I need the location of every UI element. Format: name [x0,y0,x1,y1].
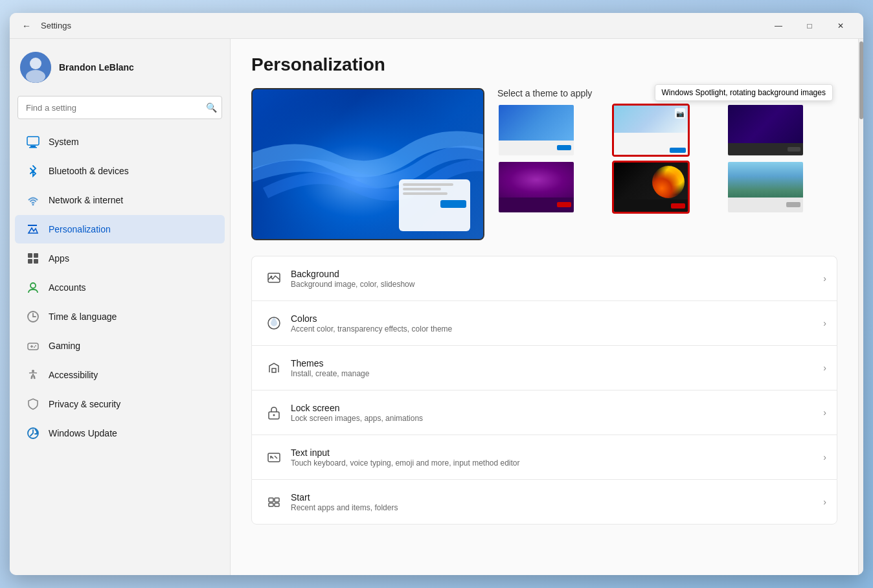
search-input[interactable] [17,96,222,119]
sidebar-item-label-time: Time & language [49,311,117,322]
camera-icon: 📷 [675,108,685,119]
svg-point-1 [30,58,41,69]
svg-rect-33 [269,498,273,502]
background-text: Background Background image, color, slid… [291,269,823,289]
privacy-icon [25,396,41,412]
svg-rect-34 [275,498,279,502]
sidebar-item-accessibility[interactable]: Accessibility [15,361,225,389]
bluetooth-icon [25,163,41,179]
themes-text: Themes Install, create, manage [291,358,823,378]
textinput-title: Text input [291,447,823,458]
start-subtitle: Recent apps and items, folders [291,503,823,512]
nav-list: System Bluetooth & devices Network & int… [10,127,230,448]
background-icon [262,267,286,290]
back-button[interactable]: ← [17,17,36,35]
start-icon [262,490,286,514]
sidebar-item-network[interactable]: Network & internet [15,186,225,214]
main-content: Personalization [230,39,858,575]
svg-rect-4 [30,146,36,147]
titlebar: ← Settings — □ ✕ [10,13,863,39]
lockscreen-title: Lock screen [291,403,823,413]
theme-preview-bg [253,89,483,239]
settings-window: ← Settings — □ ✕ Brandon LeBlanc [10,13,863,575]
colors-icon [262,311,286,335]
svg-point-2 [26,70,45,83]
sidebar-item-label-privacy: Privacy & security [49,399,120,409]
svg-line-32 [275,456,277,458]
theme-tile-dark[interactable] [727,104,804,157]
personalization-icon [25,221,41,237]
theme-tile-light[interactable] [497,104,575,157]
sidebar-item-system[interactable]: System [15,128,225,156]
settings-item-start[interactable]: Start Recent apps and items, folders › [251,479,837,525]
time-icon [25,309,41,324]
svg-point-6 [32,204,34,206]
textinput-icon [262,446,286,469]
sidebar-item-accounts[interactable]: Accounts [15,273,225,302]
lockscreen-chevron: › [823,407,826,418]
settings-item-background[interactable]: Background Background image, color, slid… [251,256,837,300]
settings-item-themes[interactable]: Themes Install, create, manage › [251,345,837,390]
start-title: Start [291,492,823,503]
sidebar-item-gaming[interactable]: Gaming [15,332,225,360]
colors-text: Colors Accent color, transparency effect… [291,313,823,334]
page-title: Personalization [251,54,837,75]
themes-chevron: › [823,363,826,373]
svg-rect-25 [272,368,276,372]
window-content: Brandon LeBlanc 🔍 System Bluetooth [10,39,863,575]
preview-dialog [399,179,470,231]
window-title: Settings [41,21,71,30]
theme-section: Select a theme to apply Windows Spotligh… [251,88,837,240]
svg-rect-10 [28,259,32,264]
lockscreen-icon [262,401,286,424]
sidebar-item-time[interactable]: Time & language [15,302,225,331]
apps-icon [25,251,41,266]
background-subtitle: Background image, color, slideshow [291,280,823,289]
sidebar-item-apps[interactable]: Apps [15,244,225,273]
scrollbar[interactable] [858,39,863,575]
colors-chevron: › [823,318,826,328]
svg-point-17 [35,345,36,346]
theme-preview [251,88,484,240]
system-icon [25,134,41,150]
svg-point-18 [34,346,35,348]
svg-rect-35 [269,503,273,506]
scrollbar-thumb[interactable] [859,41,863,119]
sidebar-item-label-apps: Apps [49,253,69,264]
settings-item-lockscreen[interactable]: Lock screen Lock screen images, apps, an… [251,390,837,435]
sidebar-item-update[interactable]: Windows Update [15,419,225,447]
gaming-icon [25,338,41,354]
settings-item-textinput[interactable]: Text input Touch keyboard, voice typing,… [251,435,837,479]
svg-rect-3 [27,137,39,145]
lockscreen-subtitle: Lock screen images, apps, animations [291,414,823,423]
start-text: Start Recent apps and items, folders [291,492,823,512]
settings-item-colors[interactable]: Colors Accent color, transparency effect… [251,300,837,345]
theme-grid: 📷 [497,104,837,214]
svg-rect-9 [34,253,38,258]
sidebar-item-label-personalization: Personalization [49,224,111,234]
svg-rect-28 [268,453,280,462]
maximize-button[interactable]: □ [795,16,824,36]
sidebar-item-personalization[interactable]: Personalization [15,215,225,243]
theme-tile-nature[interactable] [727,161,804,214]
theme-tile-colorful[interactable] [612,161,690,214]
accessibility-icon [25,367,41,383]
sidebar-item-privacy[interactable]: Privacy & security [15,390,225,418]
svg-rect-36 [275,503,279,506]
sidebar: Brandon LeBlanc 🔍 System Bluetooth [10,39,230,575]
tooltip: Windows Spotlight, rotating background i… [655,84,833,101]
svg-point-27 [273,414,275,416]
theme-tile-spotlight[interactable]: 📷 [612,104,690,157]
theme-tile-purple[interactable] [497,161,575,214]
window-controls: — □ ✕ [764,16,856,36]
sidebar-item-label-update: Windows Update [49,428,117,438]
themes-title: Themes [291,358,823,368]
colors-title: Colors [291,313,823,324]
textinput-subtitle: Touch keyboard, voice typing, emoji and … [291,458,823,468]
svg-point-19 [32,370,34,372]
close-button[interactable]: ✕ [826,16,856,36]
username-label: Brandon LeBlanc [59,62,134,73]
avatar [20,52,51,83]
sidebar-item-bluetooth[interactable]: Bluetooth & devices [15,157,225,185]
minimize-button[interactable]: — [764,16,793,36]
